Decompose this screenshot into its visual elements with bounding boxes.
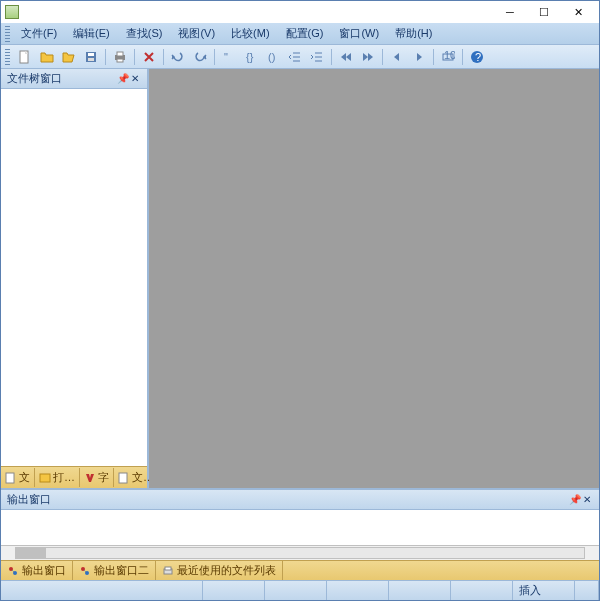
status-cell-3 <box>265 581 327 600</box>
save-icon[interactable] <box>81 47 101 67</box>
main-window: ─ ☐ ✕ 文件(F) 编辑(E) 查找(S) 视图(V) 比较(M) 配置(G… <box>0 0 600 601</box>
status-cell-4 <box>327 581 389 600</box>
help-icon[interactable]: ? <box>467 47 487 67</box>
file-tree-title: 文件树窗口 <box>7 71 62 86</box>
menu-edit[interactable]: 编辑(E) <box>65 24 118 43</box>
menu-config[interactable]: 配置(G) <box>278 24 332 43</box>
menu-search[interactable]: 查找(S) <box>118 24 171 43</box>
status-cell-1 <box>1 581 203 600</box>
svg-text:?: ? <box>475 51 481 63</box>
menu-compare[interactable]: 比较(M) <box>223 24 278 43</box>
output-pin-icon[interactable]: 📌 <box>569 494 581 506</box>
open-file-icon[interactable] <box>37 47 57 67</box>
svg-rect-14 <box>6 473 14 483</box>
toolbar-grip[interactable] <box>5 49 10 65</box>
bracket-icon[interactable]: {} <box>241 47 261 67</box>
menu-view[interactable]: 视图(V) <box>170 24 223 43</box>
output-tab-1[interactable]: 输出窗口 <box>1 561 73 580</box>
svg-rect-15 <box>40 474 50 482</box>
status-cell-2 <box>203 581 265 600</box>
sidebar-tab-1[interactable]: 文 <box>1 468 35 487</box>
prev-icon[interactable] <box>387 47 407 67</box>
menu-window[interactable]: 窗口(W) <box>331 24 387 43</box>
panel-close-icon[interactable]: ✕ <box>129 73 141 85</box>
print-icon[interactable] <box>110 47 130 67</box>
status-insert: 插入 <box>513 581 575 600</box>
minimize-button[interactable]: ─ <box>493 2 527 22</box>
file-tree-body[interactable] <box>1 89 147 466</box>
menu-grip[interactable] <box>5 26 10 42</box>
file-tree-header: 文件树窗口 📌 ✕ <box>1 69 147 89</box>
output-close-icon[interactable]: ✕ <box>581 494 593 506</box>
menu-file[interactable]: 文件(F) <box>13 24 65 43</box>
new-file-icon[interactable] <box>15 47 35 67</box>
menu-help[interactable]: 帮助(H) <box>387 24 440 43</box>
svg-rect-2 <box>88 53 94 56</box>
output-hscroll[interactable] <box>1 546 599 560</box>
status-cell-5 <box>389 581 451 600</box>
sidebar-tab-2[interactable]: 打… <box>35 468 80 487</box>
titlebar: ─ ☐ ✕ <box>1 1 599 23</box>
sidebar-tabs: 文 打… 字 文… <box>1 466 147 488</box>
quote-icon[interactable]: " <box>219 47 239 67</box>
app-icon <box>5 5 19 19</box>
maximize-button[interactable]: ☐ <box>527 2 561 22</box>
indent-icon[interactable] <box>307 47 327 67</box>
status-cell-end <box>575 581 599 600</box>
pin-icon[interactable]: 📌 <box>117 73 129 85</box>
file-tree-panel: 文件树窗口 📌 ✕ 文 打… 字 文… <box>1 69 149 488</box>
svg-text:(): () <box>268 51 275 63</box>
svg-text:100: 100 <box>444 50 455 61</box>
svg-text:{}: {} <box>246 51 254 63</box>
redo-icon[interactable] <box>190 47 210 67</box>
undo-icon[interactable] <box>168 47 188 67</box>
output-tabs: 输出窗口 输出窗口二 最近使用的文件列表 <box>1 560 599 580</box>
rewind-icon[interactable] <box>336 47 356 67</box>
svg-rect-3 <box>88 58 94 61</box>
svg-text:": " <box>224 51 228 63</box>
paren-icon[interactable]: () <box>263 47 283 67</box>
close-button[interactable]: ✕ <box>561 2 595 22</box>
output-panel: 输出窗口 📌 ✕ 输出窗口 输出窗口二 最近使用的文件列表 <box>1 488 599 580</box>
forward-icon[interactable] <box>358 47 378 67</box>
svg-rect-22 <box>165 567 171 570</box>
output-body[interactable] <box>1 510 599 546</box>
toolbar: " {} () 100 ? <box>1 45 599 69</box>
status-cell-6 <box>451 581 513 600</box>
sidebar-tab-3[interactable]: 字 <box>80 468 114 487</box>
output-tab-3[interactable]: 最近使用的文件列表 <box>156 561 283 580</box>
open-folder-icon[interactable] <box>59 47 79 67</box>
output-header: 输出窗口 📌 ✕ <box>1 490 599 510</box>
mdi-area <box>149 69 599 488</box>
output-title: 输出窗口 <box>7 492 51 507</box>
svg-rect-5 <box>117 52 123 56</box>
statusbar: 插入 <box>1 580 599 600</box>
output-tab-2[interactable]: 输出窗口二 <box>73 561 156 580</box>
outdent-icon[interactable] <box>285 47 305 67</box>
next-icon[interactable] <box>409 47 429 67</box>
goto-icon[interactable]: 100 <box>438 47 458 67</box>
svg-rect-6 <box>117 59 123 62</box>
svg-rect-16 <box>119 473 127 483</box>
menubar: 文件(F) 编辑(E) 查找(S) 视图(V) 比较(M) 配置(G) 窗口(W… <box>1 23 599 45</box>
delete-icon[interactable] <box>139 47 159 67</box>
